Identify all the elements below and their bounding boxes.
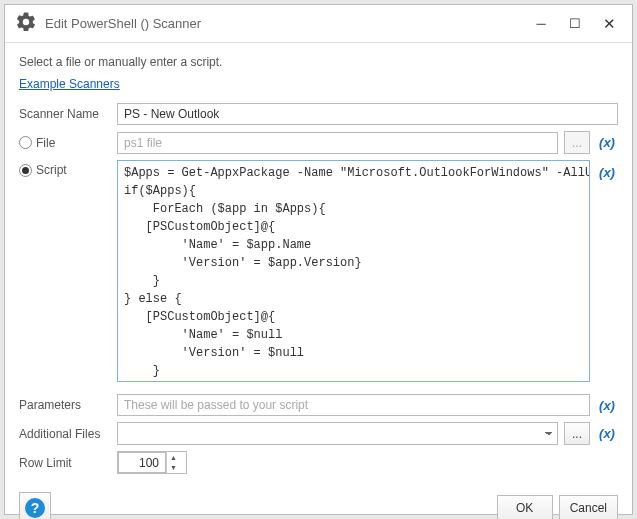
file-browse-button: ... [564,131,590,154]
cancel-button[interactable]: Cancel [559,495,618,519]
file-variable-button[interactable]: (x) [596,132,618,154]
additional-files-label: Additional Files [19,427,111,441]
row-limit-row: Row Limit ▲ ▼ [19,451,618,474]
example-scanners-link[interactable]: Example Scanners [19,77,618,91]
minimize-button[interactable]: ─ [524,13,558,35]
content-area: Select a file or manually enter a script… [5,43,632,484]
file-path-input [117,132,558,154]
file-row: File ... (x) [19,131,618,154]
additional-files-browse-button[interactable]: ... [564,422,590,445]
scanner-name-row: Scanner Name [19,103,618,125]
script-radio-option[interactable]: Script [19,163,111,177]
gear-icon [15,11,37,36]
file-radio-option[interactable]: File [19,136,111,150]
row-limit-input[interactable] [118,452,166,473]
file-radio-label: File [36,136,55,150]
scanner-name-label: Scanner Name [19,107,111,121]
spin-up-button[interactable]: ▲ [167,452,180,463]
maximize-button[interactable]: ☐ [558,13,592,35]
radio-icon [19,164,32,177]
scanner-name-input[interactable] [117,103,618,125]
parameters-input[interactable] [117,394,590,416]
row-limit-spin: ▲ ▼ [166,452,180,473]
script-textarea[interactable] [117,160,590,382]
parameters-row: Parameters (x) [19,394,618,416]
spin-down-button[interactable]: ▼ [167,463,180,474]
parameters-label: Parameters [19,398,111,412]
radio-icon [19,136,32,149]
ok-button[interactable]: OK [497,495,553,519]
additional-files-variable-button[interactable]: (x) [596,423,618,445]
dialog-window: Edit PowerShell () Scanner ─ ☐ ✕ Select … [4,4,633,515]
help-icon: ? [25,498,45,518]
help-button[interactable]: ? [19,492,51,519]
script-variable-button[interactable]: (x) [596,161,618,183]
row-limit-label: Row Limit [19,456,111,470]
parameters-variable-button[interactable]: (x) [596,394,618,416]
footer: ? OK Cancel [5,484,632,519]
additional-files-select[interactable] [117,422,558,445]
script-radio-label: Script [36,163,67,177]
script-row: Script (x) [19,160,618,382]
instruction-text: Select a file or manually enter a script… [19,55,618,69]
titlebar: Edit PowerShell () Scanner ─ ☐ ✕ [5,5,632,43]
additional-files-row: Additional Files ... (x) [19,422,618,445]
window-title: Edit PowerShell () Scanner [45,16,524,31]
close-button[interactable]: ✕ [592,13,626,35]
row-limit-stepper[interactable]: ▲ ▼ [117,451,187,474]
